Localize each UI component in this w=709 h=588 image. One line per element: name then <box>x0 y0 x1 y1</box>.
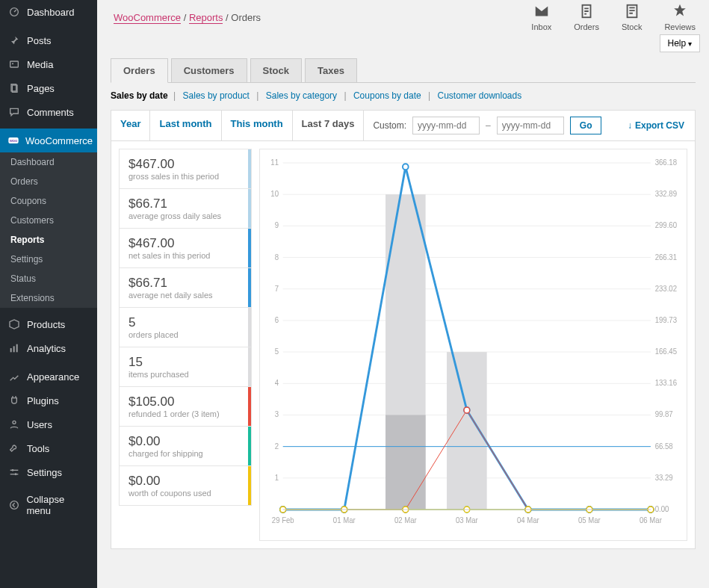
svg-text:8: 8 <box>275 253 279 261</box>
report-subnav: Sales by date | Sales by product | Sales… <box>111 90 696 101</box>
svg-text:33.29: 33.29 <box>655 474 673 482</box>
stat-value: 15 <box>129 355 242 370</box>
pages-icon <box>7 81 21 95</box>
tab-stock[interactable]: Stock <box>250 58 302 82</box>
stat-label: refunded 1 order (3 item) <box>129 409 242 418</box>
sidebar-item-tools[interactable]: Tools <box>0 436 97 460</box>
custom-end-input[interactable] <box>497 117 564 134</box>
breadcrumb-reports[interactable]: Reports <box>189 12 223 24</box>
sidebar-item-collapse[interactable]: Collapse menu <box>0 489 97 522</box>
stat-box[interactable]: 15items purchased <box>119 347 252 387</box>
sidebar-item-posts[interactable]: Posts <box>0 28 97 52</box>
stat-value: $66.71 <box>129 196 242 211</box>
stat-color-mark <box>248 427 251 465</box>
topicon-reviews[interactable]: Reviews <box>664 3 696 31</box>
breadcrumb: WooCommerce / Reports / Orders <box>114 12 261 23</box>
svg-text:133.16: 133.16 <box>655 379 678 387</box>
stat-value: $0.00 <box>129 434 242 449</box>
sidebar-item-label: WooCommerce <box>25 135 93 146</box>
stock-icon <box>624 3 640 21</box>
tab-orders[interactable]: Orders <box>111 58 168 83</box>
sidebar-sub-customers[interactable]: Customers <box>0 211 97 230</box>
woo-icon: woo <box>7 134 19 147</box>
range-last-month[interactable]: Last month <box>150 111 221 140</box>
stats-column: $467.00gross sales in this period$66.71a… <box>119 149 252 541</box>
stat-label: worth of coupons used <box>129 489 242 498</box>
stat-color-mark <box>248 387 251 426</box>
svg-text:299.60: 299.60 <box>655 221 678 229</box>
sidebar-item-appearance[interactable]: Appearance <box>0 365 97 389</box>
stat-value: $0.00 <box>129 474 242 489</box>
stat-value: $105.00 <box>129 394 242 409</box>
svg-text:99.87: 99.87 <box>655 410 673 418</box>
sidebar-item-settings[interactable]: Settings <box>0 460 97 484</box>
custom-go-button[interactable]: Go <box>570 117 602 134</box>
sidebar-item-woocommerce[interactable]: wooWooCommerce <box>0 129 97 152</box>
subnav-sales-product[interactable]: Sales by product <box>183 90 250 101</box>
stat-color-mark <box>248 229 251 267</box>
stat-label: average gross daily sales <box>129 211 242 220</box>
tab-customers[interactable]: Customers <box>171 58 247 82</box>
tools-icon <box>7 442 21 455</box>
sidebar-sub-coupons[interactable]: Coupons <box>0 191 97 211</box>
reviews-icon <box>672 3 688 21</box>
stat-box[interactable]: 5orders placed <box>119 307 252 347</box>
sidebar-sub-orders[interactable]: Orders <box>0 172 97 191</box>
custom-start-input[interactable] <box>412 117 480 134</box>
tab-taxes[interactable]: Taxes <box>305 58 357 82</box>
svg-text:366.18: 366.18 <box>655 158 678 167</box>
stat-label: average net daily sales <box>129 291 242 300</box>
stat-box[interactable]: $467.00net sales in this period <box>119 228 252 268</box>
svg-point-13 <box>12 469 14 471</box>
range-year[interactable]: Year <box>111 111 150 140</box>
topicon-stock[interactable]: Stock <box>622 3 643 31</box>
stat-box[interactable]: $0.00worth of coupons used <box>119 465 252 506</box>
sidebar-item-label: Comments <box>27 107 74 118</box>
data-point <box>403 164 409 170</box>
sidebar-item-products[interactable]: Products <box>0 312 97 336</box>
sidebar-item-users[interactable]: Users <box>0 412 97 436</box>
svg-rect-1 <box>10 61 19 67</box>
sidebar-item-label: Products <box>27 319 65 330</box>
stat-box[interactable]: $467.00gross sales in this period <box>119 149 252 189</box>
stat-value: $66.71 <box>129 276 242 291</box>
sidebar-sub-settings[interactable]: Settings <box>0 250 97 269</box>
stat-box[interactable]: $105.00refunded 1 order (3 item) <box>119 386 252 427</box>
appearance-icon <box>7 370 21 383</box>
subnav-downloads[interactable]: Customer downloads <box>437 90 521 101</box>
subnav-coupons[interactable]: Coupons by date <box>353 90 421 101</box>
sidebar-item-label: Users <box>27 419 52 430</box>
export-csv[interactable]: ↓Export CSV <box>617 111 695 140</box>
sidebar-item-plugins[interactable]: Plugins <box>0 389 97 412</box>
svg-rect-11 <box>10 470 19 471</box>
topicon-orders[interactable]: Orders <box>574 3 599 31</box>
svg-text:29 Feb: 29 Feb <box>272 516 294 524</box>
range-custom: Custom: – Go <box>364 111 610 140</box>
breadcrumb-woocommerce[interactable]: WooCommerce <box>114 12 181 24</box>
sidebar-sub-dashboard[interactable]: Dashboard <box>0 152 97 172</box>
stat-box[interactable]: $66.71average net daily sales <box>119 267 252 308</box>
sidebar-item-pages[interactable]: Pages <box>0 76 97 100</box>
sidebar-item-comments[interactable]: Comments <box>0 100 97 124</box>
topicon-inbox[interactable]: Inbox <box>531 3 551 31</box>
sidebar-sub-reports[interactable]: Reports <box>0 230 97 250</box>
subnav-sales-category[interactable]: Sales by category <box>266 90 337 101</box>
products-icon <box>7 318 21 331</box>
help-button[interactable]: Help <box>660 34 700 52</box>
svg-text:4: 4 <box>275 379 279 387</box>
svg-text:199.73: 199.73 <box>655 316 678 324</box>
range-last-7-days[interactable]: Last 7 days <box>293 111 365 140</box>
sidebar-item-label: Dashboard <box>27 7 75 18</box>
sidebar-item-media[interactable]: Media <box>0 52 97 76</box>
stat-label: items purchased <box>129 370 242 379</box>
stat-box[interactable]: $66.71average gross daily sales <box>119 188 252 229</box>
sidebar-item-dashboard[interactable]: Dashboard <box>0 0 97 24</box>
range-this-month[interactable]: This month <box>222 111 293 140</box>
svg-rect-12 <box>10 474 19 474</box>
svg-text:02 Mar: 02 Mar <box>394 516 418 524</box>
sidebar-sub-status[interactable]: Status <box>0 269 97 288</box>
svg-text:3: 3 <box>275 410 279 418</box>
stat-box[interactable]: $0.00charged for shipping <box>119 426 252 466</box>
sidebar-item-analytics[interactable]: Analytics <box>0 336 97 360</box>
sidebar-sub-extensions[interactable]: Extensions <box>0 288 97 308</box>
